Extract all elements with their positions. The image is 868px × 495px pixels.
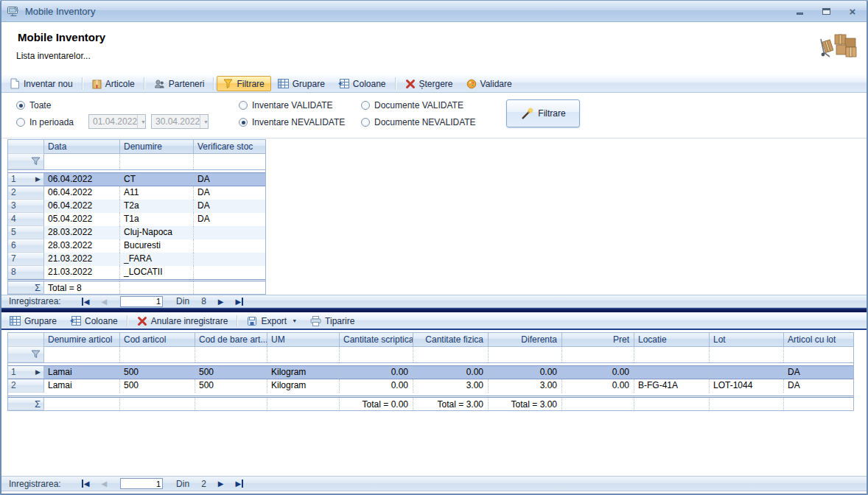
toolbar-button-validare[interactable]: Validare — [460, 76, 519, 91]
toolbar-button-coloane-detail[interactable]: Coloane — [63, 314, 125, 328]
filter-cell[interactable] — [413, 347, 489, 362]
toolbar-button-grupare-detail[interactable]: Grupare — [3, 314, 63, 328]
column-header-diferenta[interactable]: Diferenta — [489, 333, 562, 347]
column-header-verificare-stoc[interactable]: Verificare stoc — [194, 140, 265, 154]
column-header-denumire[interactable]: Denumire — [120, 140, 194, 154]
radio-documente-nevalidate[interactable]: Documente NEVALIDATE — [361, 116, 476, 128]
cell-denumire[interactable]: A11 — [120, 186, 194, 200]
column-header-um[interactable]: UM — [267, 333, 340, 347]
last-record-icon[interactable]: ▶ — [236, 298, 244, 306]
cell-um[interactable]: Kilogram — [267, 379, 340, 393]
radio-inventare-validate[interactable]: Inventare VALIDATE — [239, 99, 333, 111]
first-record-icon[interactable]: ◀ — [82, 298, 90, 306]
cell-denumire[interactable]: _LOCATII — [120, 266, 194, 279]
cell-verificare[interactable] — [194, 226, 265, 239]
column-header-lot[interactable]: Lot — [710, 333, 784, 347]
cell-cantitate-fizica[interactable]: 3.00 — [413, 379, 489, 393]
cell-cod-articol[interactable]: 500 — [120, 366, 195, 379]
filter-cell[interactable] — [120, 154, 194, 169]
table-row[interactable]: 2 Lamai 500 500 Kilogram 0.00 3.00 3.00 … — [8, 379, 853, 393]
filter-cell[interactable] — [710, 347, 784, 362]
cell-denumire-articol[interactable]: Lamai — [44, 379, 120, 393]
cell-denumire[interactable]: T2a — [120, 200, 194, 213]
radio-documente-validate[interactable]: Documente VALIDATE — [361, 99, 463, 111]
cell-denumire[interactable]: CT — [120, 173, 194, 186]
cell-lot[interactable] — [710, 366, 784, 379]
filter-cell[interactable] — [267, 347, 340, 362]
previous-record-icon[interactable]: ◀ — [101, 480, 107, 488]
table-row[interactable]: 2 06.04.2022 A11 DA — [8, 186, 265, 200]
table-row[interactable]: 1▶ Lamai 500 500 Kilogram 0.00 0.00 0.00… — [8, 365, 853, 379]
column-header-cantitate-scriptica[interactable]: Cantitate scriptica — [340, 333, 413, 347]
cell-denumire[interactable]: Bucuresti — [120, 239, 194, 253]
cell-denumire[interactable]: _FARA — [120, 253, 194, 266]
filtrare-button[interactable]: Filtrare — [506, 99, 580, 127]
record-number-input[interactable] — [120, 478, 163, 489]
table-row[interactable]: 3 06.04.2022 T2a DA — [8, 200, 265, 213]
record-number-input[interactable] — [120, 296, 163, 307]
filter-cell[interactable] — [194, 154, 265, 169]
cell-denumire[interactable]: T1a — [120, 213, 194, 226]
column-header-locatie[interactable]: Locatie — [634, 333, 710, 347]
previous-record-icon[interactable]: ◀ — [101, 298, 107, 306]
cell-data[interactable]: 05.04.2022 — [44, 213, 120, 226]
toolbar-button-grupare[interactable]: Grupare — [271, 76, 332, 91]
cell-um[interactable]: Kilogram — [267, 366, 340, 379]
cell-cantitate-scriptica[interactable]: 0.00 — [340, 379, 413, 393]
cell-locatie[interactable]: B-FG-41A — [634, 379, 710, 393]
radio-inventare-nevalidate[interactable]: Inventare NEVALIDATE — [239, 116, 345, 128]
cell-denumire-articol[interactable]: Lamai — [44, 366, 120, 379]
date-from-combo[interactable]: 01.04.2022 ▼ — [88, 114, 146, 129]
filter-cell[interactable] — [489, 347, 562, 362]
toolbar-button-anulare-inregistrare[interactable]: Anulare inregistrare — [130, 314, 235, 328]
cell-locatie[interactable] — [634, 366, 710, 379]
cell-verificare[interactable]: DA — [194, 200, 265, 213]
cell-articol-cu-lot[interactable]: DA — [784, 379, 853, 393]
filter-cell[interactable] — [634, 347, 710, 362]
toolbar-button-export[interactable]: Export ▼ — [240, 314, 304, 328]
table-row[interactable]: 7 21.03.2022 _FARA — [8, 253, 265, 266]
toolbar-button-coloane[interactable]: Coloane — [332, 76, 393, 91]
minimize-button[interactable] — [791, 4, 808, 18]
table-row[interactable]: 1▶ 06.04.2022 CT DA — [8, 172, 265, 186]
cell-data[interactable]: 06.04.2022 — [44, 200, 120, 213]
cell-cantitate-scriptica[interactable]: 0.00 — [340, 366, 413, 379]
cell-verificare[interactable]: DA — [194, 213, 265, 226]
cell-diferenta[interactable]: 3.00 — [489, 379, 562, 393]
cell-data[interactable]: 06.04.2022 — [44, 173, 120, 186]
toolbar-button-stergere[interactable]: Ștergere — [399, 76, 460, 91]
cell-cod-de-bare[interactable]: 500 — [195, 366, 267, 379]
column-header-articol-cu-lot[interactable]: Articol cu lot — [784, 333, 853, 347]
cell-lot[interactable]: LOT-1044 — [710, 379, 784, 393]
cell-verificare[interactable] — [194, 253, 265, 266]
cell-cod-de-bare[interactable]: 500 — [195, 379, 267, 393]
column-header-pret[interactable]: Pret — [562, 333, 634, 347]
cell-diferenta[interactable]: 0.00 — [489, 366, 562, 379]
column-header-denumire-articol[interactable]: Denumire articol — [44, 333, 120, 347]
cell-data[interactable]: 28.03.2022 — [44, 226, 120, 239]
column-header-cod-articol[interactable]: Cod articol — [120, 333, 195, 347]
cell-data[interactable]: 21.03.2022 — [44, 253, 120, 266]
table-row[interactable]: 5 28.03.2022 Cluj-Napoca — [8, 226, 265, 239]
next-record-icon[interactable]: ▶ — [218, 298, 224, 306]
cell-verificare[interactable]: DA — [194, 173, 265, 186]
toolbar-button-filtrare[interactable]: Filtrare — [217, 76, 270, 91]
cell-cantitate-fizica[interactable]: 0.00 — [413, 366, 489, 379]
filter-cell[interactable] — [784, 347, 853, 362]
cell-articol-cu-lot[interactable]: DA — [784, 366, 853, 379]
column-header-data[interactable]: Data — [44, 140, 120, 154]
toolbar-button-articole[interactable]: Articole — [85, 76, 141, 91]
cell-denumire[interactable]: Cluj-Napoca — [120, 226, 194, 239]
cell-pret[interactable]: 0.00 — [562, 366, 634, 379]
table-row[interactable]: 8 21.03.2022 _LOCATII — [8, 266, 265, 279]
cell-verificare[interactable] — [194, 266, 265, 279]
filter-cell[interactable] — [562, 347, 634, 362]
filter-cell[interactable] — [340, 347, 413, 362]
column-header-cod-de-bare[interactable]: Cod de bare art... — [195, 333, 267, 347]
table-row[interactable]: 4 05.04.2022 T1a DA — [8, 213, 265, 226]
cell-pret[interactable]: 0.00 — [562, 379, 634, 393]
next-record-icon[interactable]: ▶ — [218, 480, 224, 488]
cell-data[interactable]: 28.03.2022 — [44, 239, 120, 253]
filter-cell[interactable] — [195, 347, 267, 362]
first-record-icon[interactable]: ◀ — [82, 480, 90, 488]
